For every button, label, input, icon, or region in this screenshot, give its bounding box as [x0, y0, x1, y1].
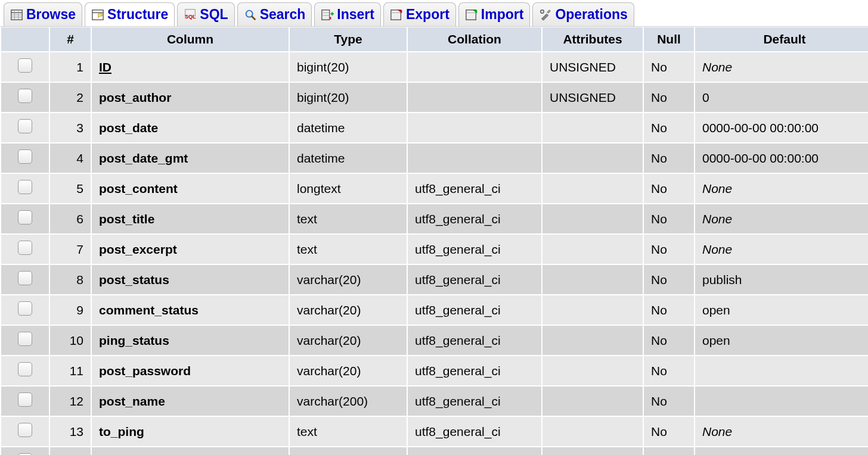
row-checkbox-cell	[1, 52, 49, 82]
tab-label: Structure	[107, 7, 168, 23]
row-checkbox-cell	[1, 265, 49, 294]
column-name[interactable]: comment_status	[92, 295, 289, 325]
column-type: longtext	[290, 174, 407, 203]
tab-label: Browse	[26, 7, 76, 23]
tab-label: Export	[406, 7, 450, 23]
row-checkbox[interactable]	[18, 362, 32, 376]
column-default-value: None	[702, 60, 732, 74]
row-checkbox[interactable]	[18, 210, 32, 225]
column-name[interactable]: to_ping	[92, 417, 289, 446]
header-attributes[interactable]: Attributes	[542, 27, 643, 51]
column-name[interactable]: post_title	[92, 204, 289, 233]
row-checkbox-cell	[1, 113, 49, 142]
column-name[interactable]: post_excerpt	[92, 235, 289, 264]
tab-browse[interactable]: Browse	[4, 2, 82, 26]
column-default: None	[695, 417, 868, 446]
row-checkbox[interactable]	[18, 58, 32, 73]
svg-point-19	[541, 10, 544, 13]
tab-export[interactable]: Export	[383, 2, 456, 26]
column-type: bigint(20)	[290, 83, 407, 112]
import-icon	[465, 8, 478, 21]
table-row: 14pingedtextutf8_general_ciNoNone	[1, 447, 868, 455]
row-checkbox[interactable]	[18, 301, 32, 316]
row-checkbox[interactable]	[18, 392, 32, 407]
column-null: No	[644, 83, 694, 112]
structure-icon	[91, 8, 104, 21]
tab-search[interactable]: Search	[237, 2, 312, 26]
row-checkbox[interactable]	[18, 332, 32, 346]
column-default-value: 0	[702, 91, 709, 104]
header-null[interactable]: Null	[644, 27, 694, 51]
table-row: 1IDbigint(20)UNSIGNEDNoNone	[1, 52, 868, 82]
column-attributes	[542, 265, 643, 294]
column-null: No	[644, 417, 694, 446]
column-name[interactable]: post_name	[92, 387, 289, 416]
column-collation	[408, 83, 541, 112]
table-row: 13to_pingtextutf8_general_ciNoNone	[1, 417, 868, 446]
column-collation: utf8_general_ci	[408, 295, 541, 325]
column-name[interactable]: post_author	[92, 83, 289, 112]
tab-import[interactable]: Import	[458, 2, 531, 26]
column-attributes: UNSIGNED	[542, 83, 643, 112]
row-checkbox[interactable]	[18, 271, 32, 285]
row-number: 2	[50, 83, 91, 112]
header-type[interactable]: Type	[290, 27, 407, 51]
column-collation	[408, 52, 541, 82]
column-collation: utf8_general_ci	[408, 387, 541, 416]
column-collation: utf8_general_ci	[408, 417, 541, 446]
column-name[interactable]: post_status	[92, 265, 289, 294]
row-checkbox-cell	[1, 356, 49, 385]
row-checkbox-cell	[1, 83, 49, 112]
column-type: varchar(20)	[290, 356, 407, 385]
column-default: open	[695, 295, 868, 325]
column-collation: utf8_general_ci	[408, 447, 541, 455]
column-name[interactable]: post_password	[92, 356, 289, 385]
column-type: bigint(20)	[290, 52, 407, 82]
row-checkbox-cell	[1, 204, 49, 233]
column-null: No	[644, 204, 694, 233]
tab-label: Insert	[337, 7, 374, 23]
svg-text:SQL: SQL	[185, 13, 196, 19]
row-checkbox[interactable]	[18, 180, 32, 194]
tab-sql[interactable]: SQLSQL	[177, 2, 234, 26]
column-default	[695, 356, 868, 385]
row-number: 10	[50, 326, 91, 355]
column-attributes	[542, 326, 643, 355]
row-checkbox[interactable]	[18, 119, 32, 133]
column-name[interactable]: post_date	[92, 113, 289, 142]
column-name[interactable]: post_date_gmt	[92, 144, 289, 173]
tab-structure[interactable]: Structure	[85, 2, 175, 26]
header-default[interactable]: Default	[695, 27, 868, 51]
column-collation: utf8_general_ci	[408, 265, 541, 294]
column-name[interactable]: pinged	[92, 447, 289, 455]
column-attributes	[542, 295, 643, 325]
column-default-value: None	[702, 182, 732, 195]
header-num[interactable]: #	[50, 27, 91, 51]
tab-insert[interactable]: Insert	[314, 2, 381, 26]
column-default: 0000-00-00 00:00:00	[695, 144, 868, 173]
header-collation[interactable]: Collation	[408, 27, 541, 51]
export-icon	[390, 8, 403, 21]
tab-label: Import	[481, 7, 524, 23]
row-checkbox[interactable]	[18, 241, 32, 255]
row-checkbox[interactable]	[18, 89, 32, 103]
column-default-value: 0000-00-00 00:00:00	[702, 151, 819, 165]
table-row: 10ping_statusvarchar(20)utf8_general_ciN…	[1, 326, 868, 355]
column-name[interactable]: ping_status	[92, 326, 289, 355]
column-default: open	[695, 326, 868, 355]
column-attributes	[542, 144, 643, 173]
column-default: publish	[695, 265, 868, 294]
column-name[interactable]: ID	[92, 52, 289, 82]
row-checkbox[interactable]	[18, 149, 32, 164]
table-row: 5post_contentlongtextutf8_general_ciNoNo…	[1, 174, 868, 203]
column-name[interactable]: post_content	[92, 174, 289, 203]
row-checkbox[interactable]	[18, 423, 32, 437]
row-number: 8	[50, 265, 91, 294]
header-column[interactable]: Column	[92, 27, 289, 51]
tab-operations[interactable]: Operations	[532, 2, 634, 26]
column-null: No	[644, 174, 694, 203]
column-collation: utf8_general_ci	[408, 356, 541, 385]
column-type: datetime	[290, 144, 407, 173]
column-attributes	[542, 235, 643, 264]
column-null: No	[644, 52, 694, 82]
